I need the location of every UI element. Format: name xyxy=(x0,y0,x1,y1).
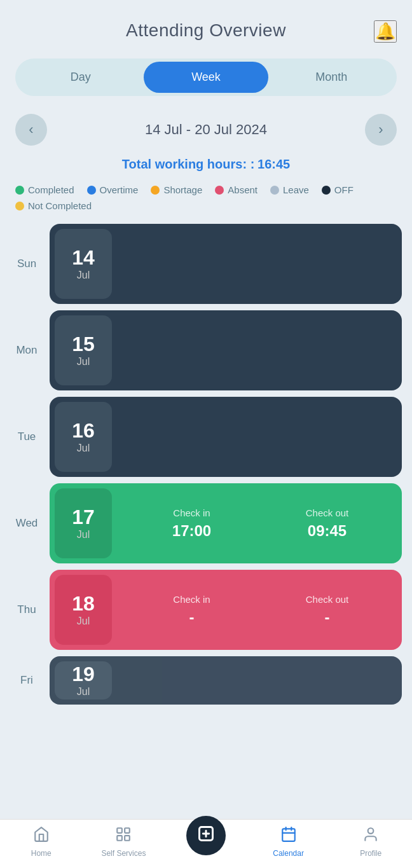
nav-calendar-label: Calendar xyxy=(273,849,304,858)
wed-checkin-label: Check in xyxy=(173,507,210,518)
tab-week[interactable]: Week xyxy=(144,62,268,93)
day-row-mon: Mon 15 Jul xyxy=(10,310,402,390)
wed-checkin-info: Check in 17:00 Check out 09:45 xyxy=(117,507,402,540)
not-completed-dot xyxy=(15,202,24,210)
day-label-wed: Wed xyxy=(10,517,43,530)
legend-overtime-label: Overtime xyxy=(100,184,139,195)
thu-checkin-time: - xyxy=(189,609,195,626)
prev-week-button[interactable]: ‹ xyxy=(15,114,47,146)
profile-icon xyxy=(362,826,379,846)
wed-checkout-time: 09:45 xyxy=(308,522,347,540)
bottom-nav: Home Self Services xyxy=(0,819,412,868)
legend-off: OFF xyxy=(322,184,354,195)
completed-dot xyxy=(15,186,24,195)
working-hours-label: Total working hours: : xyxy=(122,157,255,171)
date-number-thu: 18 xyxy=(72,593,95,615)
date-month-tue: Jul xyxy=(77,443,90,454)
nav-calendar[interactable]: Calendar xyxy=(247,826,330,858)
day-label-fri: Fri xyxy=(10,674,43,687)
nav-home-label: Home xyxy=(31,849,52,858)
legend-absent-label: Absent xyxy=(228,184,258,195)
svg-rect-2 xyxy=(118,836,123,841)
day-row-fri: Fri 19 Jul xyxy=(10,656,402,705)
next-week-button[interactable]: › xyxy=(365,114,397,146)
wed-checkin-time: 17:00 xyxy=(172,522,211,540)
page-title: Attending Overview xyxy=(126,20,286,41)
thu-checkin-block: Check in - xyxy=(127,594,256,626)
working-hours-row: Total working hours: : 16:45 xyxy=(0,151,412,182)
day-card-tue[interactable]: 16 Jul xyxy=(50,397,402,477)
legend-not-completed: Not Completed xyxy=(15,200,92,211)
day-card-fri[interactable]: 19 Jul xyxy=(50,656,402,705)
wed-checkout-block: Check out 09:45 xyxy=(263,507,392,540)
tab-day[interactable]: Day xyxy=(18,62,142,93)
tab-month[interactable]: Month xyxy=(270,62,394,93)
date-box-sun: 14 Jul xyxy=(55,229,112,299)
thu-checkout-block: Check out - xyxy=(263,594,392,626)
day-label-mon: Mon xyxy=(10,344,43,357)
center-nav-button[interactable] xyxy=(186,816,226,855)
legend-overtime: Overtime xyxy=(87,184,139,195)
day-label-thu: Thu xyxy=(10,603,43,616)
day-card-wed[interactable]: 17 Jul Check in 17:00 Check out 09:45 xyxy=(50,483,402,563)
self-services-icon xyxy=(115,826,132,846)
legend-shortage-label: Shortage xyxy=(163,184,202,195)
nav-self-services-label: Self Services xyxy=(101,849,146,858)
date-number-fri: 19 xyxy=(72,663,95,685)
date-month-wed: Jul xyxy=(77,529,90,541)
svg-point-9 xyxy=(368,828,374,834)
thu-checkin-info: Check in - Check out - xyxy=(117,594,402,626)
legend-not-completed-label: Not Completed xyxy=(28,200,92,211)
date-month-thu: Jul xyxy=(77,616,90,627)
svg-rect-1 xyxy=(125,828,130,833)
legend-leave: Leave xyxy=(270,184,309,195)
week-nav: ‹ 14 Jul - 20 Jul 2024 › xyxy=(0,109,412,151)
overtime-dot xyxy=(87,186,96,195)
nav-profile[interactable]: Profile xyxy=(329,826,412,858)
nav-self-services[interactable]: Self Services xyxy=(83,826,165,858)
date-month-fri: Jul xyxy=(77,686,90,698)
svg-rect-5 xyxy=(282,829,295,841)
day-row-sun: Sun 14 Jul xyxy=(10,224,402,304)
day-row-thu: Thu 18 Jul Check in - Check out - xyxy=(10,570,402,650)
day-card-thu[interactable]: 18 Jul Check in - Check out - xyxy=(50,570,402,650)
thu-checkin-label: Check in xyxy=(173,594,210,605)
date-box-wed: 17 Jul xyxy=(55,488,112,558)
nav-center[interactable] xyxy=(165,829,247,855)
legend-completed: Completed xyxy=(15,184,74,195)
date-box-tue: 16 Jul xyxy=(55,402,112,472)
day-row-tue: Tue 16 Jul xyxy=(10,397,402,477)
calendar-icon xyxy=(280,826,297,846)
off-dot xyxy=(322,186,331,195)
day-label-sun: Sun xyxy=(10,258,43,270)
legend-shortage: Shortage xyxy=(151,184,202,195)
legend-off-label: OFF xyxy=(334,184,354,195)
date-number-wed: 17 xyxy=(72,506,95,528)
nav-home[interactable]: Home xyxy=(0,826,83,858)
center-nav-icon xyxy=(197,825,215,847)
date-box-thu: 18 Jul xyxy=(55,575,112,645)
wed-checkout-label: Check out xyxy=(306,507,349,518)
svg-rect-3 xyxy=(125,836,130,841)
day-row-wed: Wed 17 Jul Check in 17:00 Check out 09:4… xyxy=(10,483,402,563)
legend-completed-label: Completed xyxy=(28,184,74,195)
thu-checkout-label: Check out xyxy=(306,594,349,605)
days-container: Sun 14 Jul Mon 15 Jul Tue 16 Jul Wed xyxy=(0,224,412,705)
working-hours-value: 16:45 xyxy=(258,157,290,171)
nav-profile-label: Profile xyxy=(360,849,381,858)
legend: Completed Overtime Shortage Absent Leave… xyxy=(0,182,412,224)
day-card-mon[interactable]: 15 Jul xyxy=(50,310,402,390)
absent-dot xyxy=(215,186,224,195)
svg-rect-0 xyxy=(118,828,123,833)
tab-switcher: Day Week Month xyxy=(15,59,397,96)
home-icon xyxy=(33,826,50,846)
day-card-sun[interactable]: 14 Jul xyxy=(50,224,402,304)
wed-checkin-block: Check in 17:00 xyxy=(127,507,256,540)
notification-bell-icon[interactable]: 🔔 xyxy=(374,20,397,43)
date-box-mon: 15 Jul xyxy=(55,315,112,385)
shortage-dot xyxy=(151,186,160,195)
week-range-label: 14 Jul - 20 Jul 2024 xyxy=(60,121,352,138)
legend-absent: Absent xyxy=(215,184,258,195)
date-box-fri: 19 Jul xyxy=(55,661,112,699)
leave-dot xyxy=(270,186,279,195)
